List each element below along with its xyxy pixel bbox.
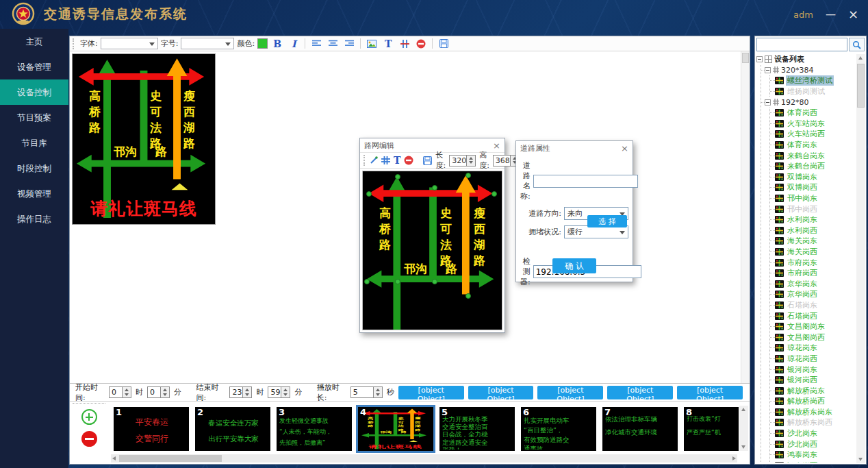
remove-program-button[interactable] (81, 431, 97, 447)
edit-handle[interactable] (465, 173, 471, 178)
size-select[interactable] (181, 38, 234, 49)
device-tree-item[interactable]: 文昌阁岗东 (770, 321, 856, 332)
dialog-titlebar[interactable]: 道路属性 × (516, 141, 633, 155)
align-left-button[interactable] (309, 38, 323, 50)
edit-handle[interactable] (364, 279, 370, 284)
device-tree-item[interactable]: 火车站岗西 (770, 129, 856, 140)
action-button[interactable]: [object Object] (607, 386, 673, 399)
device-tree-item[interactable]: 解放桥东岗西 (770, 417, 856, 428)
action-button[interactable]: [object Object] (677, 386, 743, 399)
device-tree-item[interactable]: 京华岗东 (770, 278, 856, 289)
spinner-buttons[interactable] (374, 386, 383, 398)
sidebar-item[interactable]: 节目库 (0, 130, 68, 156)
collapse-icon[interactable] (765, 67, 771, 73)
action-button[interactable]: [object Object] (537, 386, 603, 399)
prohibit-button[interactable] (404, 154, 413, 167)
align-center-button[interactable] (326, 38, 340, 50)
device-tree-item[interactable]: 石塔岗西 (770, 310, 856, 321)
scroll-down-icon[interactable] (741, 445, 745, 449)
edit-handle[interactable] (395, 279, 400, 284)
tree-root[interactable]: 设备列表 (756, 54, 856, 65)
collapse-icon[interactable] (765, 99, 771, 106)
scroll-left-icon[interactable] (112, 456, 116, 460)
spinner-buttons[interactable] (467, 155, 476, 167)
canvas-v-scrollbar[interactable] (741, 51, 750, 383)
device-tree-item[interactable]: 解放桥岗东 (770, 385, 856, 396)
device-tree-item[interactable]: 邗中岗西 (770, 204, 856, 214)
color-swatch[interactable] (257, 38, 268, 49)
prohibit-button[interactable] (414, 38, 428, 50)
spinner-buttons[interactable] (123, 386, 131, 398)
align-right-button[interactable] (342, 38, 356, 50)
program-h-scrollbar[interactable] (111, 454, 737, 463)
device-tree-item[interactable]: 螺丝湾桥测试 (770, 75, 856, 86)
tree-group[interactable]: 192*80 (761, 97, 856, 108)
device-tree-item[interactable]: 双博岗西 (770, 182, 856, 193)
device-tree-item[interactable]: 沙北岗东 (770, 428, 856, 439)
device-tree-item[interactable]: 海关岗东 (770, 236, 856, 247)
device-tree-item[interactable]: 来鹤台岗东 (770, 150, 856, 161)
line-tool-button[interactable] (370, 154, 378, 167)
device-v-scrollbar[interactable] (856, 54, 865, 463)
scroll-down-icon[interactable] (858, 458, 863, 461)
end-hour-spinner[interactable]: 23 (229, 386, 252, 398)
sidebar-item[interactable]: 节目预案 (0, 105, 68, 130)
device-tree-item[interactable]: 来鹤台岗西 (770, 161, 856, 172)
scroll-up-icon[interactable] (741, 408, 745, 411)
road-network-button[interactable] (398, 38, 411, 50)
device-tree-item[interactable]: 海关岗西 (770, 247, 856, 258)
save-button[interactable] (437, 38, 450, 50)
program-thumbnail[interactable]: 2 春运安全连万家 出行平安靠大家 (195, 407, 270, 451)
add-program-button[interactable] (81, 409, 97, 425)
program-thumbnail[interactable]: 8 打击改装“灯 严查严惩“机 (684, 407, 739, 451)
road-tool-button[interactable] (381, 154, 390, 167)
program-thumbnail[interactable]: 6 扎实开展电动车 “百日整治”， 有效预防道路交 通事故。 (521, 407, 596, 451)
device-tree-item[interactable]: 市府岗西 (770, 268, 856, 279)
start-hour-spinner[interactable]: 0 (109, 386, 131, 398)
program-v-scrollbar[interactable] (739, 406, 748, 451)
program-thumbnail[interactable]: 1 平安春运 交警同行 (114, 407, 189, 451)
design-canvas[interactable]: 高桥路 史可法路 瘦西湖路 邗沟 路 请礼让斑马线 路网编辑 × (70, 51, 750, 383)
device-tree-item[interactable]: 双博岗东 (770, 172, 856, 183)
edit-handle[interactable] (432, 279, 437, 284)
action-button[interactable]: [object Object] (468, 386, 534, 399)
led-preview[interactable]: 高桥路 史可法路 瘦西湖路 邗沟 路 请礼让斑马线 (72, 53, 216, 225)
device-tree-item[interactable]: 银河岗西 (770, 375, 856, 386)
device-tree-item[interactable]: 解放桥岗西 (770, 396, 856, 407)
program-thumbnail[interactable]: 7 依法治理非标车辆 净化城市交通环境 (602, 407, 678, 451)
device-tree-item[interactable]: 维扬岗测试 (770, 86, 856, 97)
device-tree-item[interactable]: 市府岗东 (770, 257, 856, 268)
length-spinner[interactable]: 320 (449, 155, 476, 167)
sidebar-item[interactable]: 设备管理 (0, 54, 68, 79)
search-button[interactable] (849, 38, 865, 51)
device-tree-item[interactable]: 体育岗东 (770, 140, 856, 151)
edit-handle[interactable] (366, 191, 372, 197)
edit-handle[interactable] (395, 174, 400, 180)
spinner-buttons[interactable] (281, 386, 290, 398)
insert-image-button[interactable] (365, 38, 379, 50)
spinner-buttons[interactable] (243, 386, 252, 398)
spinner-buttons[interactable] (161, 386, 170, 398)
sidebar-item[interactable]: 视频管理 (0, 181, 68, 206)
device-tree-item[interactable]: 银河岗东 (770, 364, 856, 375)
edit-handle[interactable] (432, 185, 437, 190)
device-tree-item[interactable]: 沙北岗西 (770, 439, 856, 449)
select-detector-button[interactable]: 选 择 (587, 215, 627, 227)
program-thumbnail[interactable]: 5 大力开展秋冬季 交通安全整治百 日会战，全力稳 定道路交通安全 形势！ (439, 407, 515, 451)
device-tree-item[interactable]: 鸿泰岗东 (770, 449, 856, 460)
scrollbar-thumb[interactable] (742, 53, 749, 63)
program-thumbnail-selected[interactable]: 高桥路 史可法路 瘦西湖路 邗沟 路 请礼让斑马线 4 (358, 407, 433, 451)
edit-handle[interactable] (465, 293, 471, 299)
device-tree-item[interactable]: 火车站岗东 (770, 119, 856, 130)
sidebar-item[interactable]: 时段控制 (0, 156, 68, 181)
save-button[interactable] (423, 154, 432, 167)
device-tree-item[interactable]: 体育岗西 (770, 108, 856, 119)
edit-handle[interactable] (492, 191, 497, 197)
action-button[interactable]: [object Object] (398, 386, 464, 399)
toolbar-grip-handle[interactable] (363, 155, 365, 166)
device-tree-item[interactable]: 文昌阁岗西 (770, 332, 856, 343)
road-edit-canvas[interactable]: 高桥路 史可法路 瘦西湖路 邗沟 路 (362, 171, 502, 330)
device-tree-item[interactable]: 京华岗西 (770, 289, 856, 300)
scroll-up-icon[interactable] (858, 56, 863, 60)
sidebar-item[interactable]: 主页 (0, 29, 68, 54)
